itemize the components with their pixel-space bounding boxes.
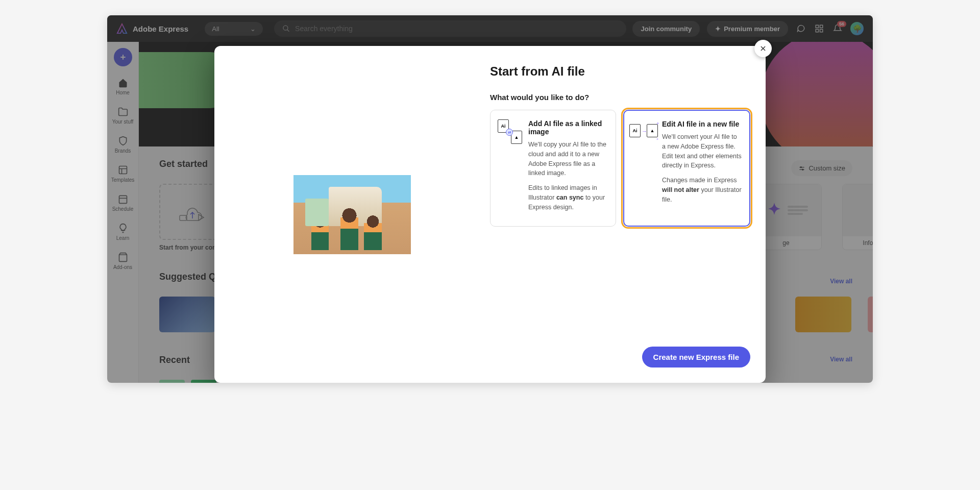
- ai-file-preview-image: [293, 175, 411, 254]
- convert-file-icon: Ai → ▲ ✦ ✦: [631, 120, 656, 144]
- modal-preview-pane: [214, 46, 490, 383]
- option-linked-image[interactable]: Ai ▲ ⇄ Add AI file as a linked image We'…: [490, 110, 616, 227]
- option-edit-new-file[interactable]: Ai → ▲ ✦ ✦ Edit AI file in a new file We…: [623, 110, 750, 227]
- start-from-ai-modal: Start from AI file What would you like t…: [214, 46, 766, 383]
- option-title: Add AI file as a linked image: [528, 119, 608, 136]
- option-desc: We'll copy your AI file to the cloud and…: [528, 140, 608, 178]
- modal-subtitle: What would you like to do?: [490, 93, 750, 102]
- app-window: Adobe Express All ⌄ Join community ✦ Pre…: [107, 15, 873, 383]
- close-icon: [760, 45, 767, 52]
- option-note: Edits to linked images in Illustrator ca…: [528, 183, 608, 212]
- linked-file-icon: Ai ▲ ⇄: [498, 119, 522, 144]
- option-text: Add AI file as a linked image We'll copy…: [528, 119, 608, 217]
- option-note: Changes made in Express will not alter y…: [662, 176, 742, 204]
- option-row: Ai ▲ ⇄ Add AI file as a linked image We'…: [490, 110, 750, 227]
- modal-footer: Create new Express file: [490, 347, 750, 368]
- create-new-express-file-button[interactable]: Create new Express file: [642, 347, 750, 368]
- option-desc: We'll convert your AI file to a new Adob…: [662, 132, 742, 170]
- option-title: Edit AI file in a new file: [662, 120, 742, 128]
- modal-content-pane: Start from AI file What would you like t…: [490, 46, 766, 383]
- option-text: Edit AI file in a new file We'll convert…: [662, 120, 742, 209]
- close-button[interactable]: [754, 40, 772, 57]
- modal-title: Start from AI file: [490, 64, 750, 79]
